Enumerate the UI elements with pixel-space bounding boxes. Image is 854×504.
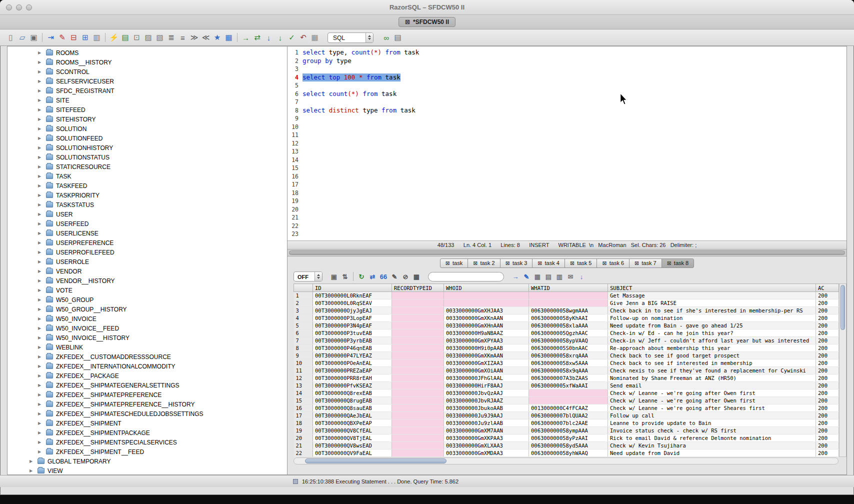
cell-ac[interactable]: 200 xyxy=(816,397,839,404)
commit-icon[interactable]: ✓ xyxy=(286,32,298,43)
editor-line[interactable]: 6select count(*) from task xyxy=(288,90,846,98)
tree-item-zkfedex-customaddresssource[interactable]: ▶ZKFEDEX__CUSTOMADDRESSSOURCE xyxy=(8,352,287,362)
cell-recordtypeid[interactable] xyxy=(392,374,444,382)
disclosure-triangle-icon[interactable]: ▶ xyxy=(38,193,43,198)
disclosure-triangle-icon[interactable]: ▶ xyxy=(38,212,43,216)
cell-whatid[interactable] xyxy=(529,390,608,397)
cell-whatid[interactable]: 006300000058xrqAAA xyxy=(529,352,608,360)
filter-sort-icon[interactable]: ⇅ xyxy=(340,272,350,282)
table-info-icon[interactable]: ▥ xyxy=(91,32,102,43)
cell-ac[interactable]: 200 xyxy=(816,434,839,442)
cell-subject[interactable]: Give Jenn a BIG RAISE xyxy=(608,300,816,307)
disclosure-triangle-icon[interactable]: ▶ xyxy=(38,240,43,245)
tree-item-userlicense[interactable]: ▶USERLICENSE xyxy=(8,228,287,238)
tree-item-zkfedex-shipmentpackage[interactable]: ▶ZKFEDEX__SHIPMENTPACKAGE xyxy=(8,428,287,438)
tree-item-zkfedex-shipmentspecialservices[interactable]: ▶ZKFEDEX__SHIPMENTSPECIALSERVICES xyxy=(8,438,287,447)
cell-subject[interactable]: Check w/ Leanne - we're going after Owen… xyxy=(608,390,816,397)
close-result-tab-icon[interactable]: ⊠ xyxy=(667,260,672,266)
tree-item-task[interactable]: ▶TASK xyxy=(8,172,287,181)
cell-subject[interactable]: Need update from David xyxy=(608,450,816,457)
editor-line[interactable]: 23 xyxy=(288,230,846,238)
cell-id[interactable]: 00T3000000P46qnEAB xyxy=(313,344,392,352)
table-bookmark-icon[interactable]: ▦ xyxy=(223,32,234,43)
cell-subject[interactable]: Check back to see if good target prospec… xyxy=(608,352,816,360)
cell-whatid[interactable]: 006300000058ypVAAQ xyxy=(529,337,608,344)
cell-id[interactable]: 00T3000000PREZaEAP xyxy=(313,367,392,374)
favorites-icon[interactable]: ★ xyxy=(212,32,223,43)
cell-recordtypeid[interactable] xyxy=(392,367,444,374)
disclosure-triangle-icon[interactable]: ▶ xyxy=(38,402,43,406)
cell-id[interactable]: 00T3000000QBXPeEAP xyxy=(313,420,392,427)
cell-recordtypeid[interactable] xyxy=(392,307,444,314)
close-result-tab-icon[interactable]: ⊠ xyxy=(538,260,542,266)
disclosure-triangle-icon[interactable]: ▶ xyxy=(38,316,43,321)
cell-ac[interactable]: 200 xyxy=(816,314,839,322)
cell-ac[interactable]: 200 xyxy=(816,420,839,427)
tree-item-vendor-history[interactable]: ▶VENDOR__HISTORY xyxy=(8,276,287,286)
cell-whatid[interactable]: 006300000058wgmAAA xyxy=(529,307,608,314)
table-row[interactable]: 1900T3000000QV8CfEAL0033000000GmXM7AAN00… xyxy=(294,427,839,434)
cell-recordtypeid[interactable] xyxy=(392,450,444,457)
cell-recordtypeid[interactable] xyxy=(392,404,444,412)
table-row[interactable]: 1600T3000000Q8sauEAB0033000000JbukoAAB00… xyxy=(294,404,839,412)
close-result-tab-icon[interactable]: ⊠ xyxy=(506,260,510,266)
import-data-icon[interactable]: ⇥ xyxy=(45,32,56,43)
editor-line[interactable]: 2group by type xyxy=(288,57,846,66)
execute-sql-icon[interactable]: ⚡ xyxy=(108,32,120,43)
cell-whoid[interactable]: 0033000000GmXM7AAN xyxy=(444,427,529,434)
new-document-icon[interactable]: ▯ xyxy=(5,32,16,43)
table-row[interactable]: 400T3000000P3LopEAF0033000000GmXKnAAN006… xyxy=(294,314,839,322)
close-result-tab-icon[interactable]: ⊠ xyxy=(446,260,450,266)
cell-id[interactable]: 00T3000000P3yrbEAB xyxy=(313,337,392,344)
tree-item-selfserviceuser[interactable]: ▶SELFSERVICEUSER xyxy=(8,76,287,86)
table-row[interactable]: 1800T3000000QBXPeEAP0033000000Ju9zlAAB00… xyxy=(294,420,839,427)
go-back-icon[interactable]: → xyxy=(240,32,252,43)
disclosure-triangle-icon[interactable]: ▶ xyxy=(38,98,43,102)
sql-editor[interactable]: 1select type, count(*) from task2group b… xyxy=(288,46,846,240)
table-row[interactable]: 100T3000000L0RknEAFGet Massage200 xyxy=(294,292,839,300)
tree-item-zkfedex-package[interactable]: ▶ZKFEDEX__PACKAGE xyxy=(8,371,287,380)
tree-item-user[interactable]: ▶USER xyxy=(8,210,287,219)
cell-whatid[interactable]: 0013000000C4fFCAAZ xyxy=(529,404,608,412)
cell-id[interactable]: 00T3000000QV8TjEAL xyxy=(313,434,392,442)
cell-whatid[interactable]: 006300000058yPzAAI xyxy=(529,434,608,442)
save-results-icon[interactable]: ▣ xyxy=(328,272,340,282)
editor-line[interactable]: 21 xyxy=(288,214,846,222)
disclosure-triangle-icon[interactable]: ▶ xyxy=(38,278,43,283)
disclosure-triangle-icon[interactable]: ▶ xyxy=(38,222,43,226)
query-log-icon[interactable]: ▤ xyxy=(392,32,404,43)
disclosure-triangle-icon[interactable]: ▶ xyxy=(38,450,43,454)
cell-whoid[interactable]: 0033000000GmXIZAA3 xyxy=(444,360,529,367)
editor-line[interactable]: 5 xyxy=(288,82,846,90)
cell-id[interactable]: 00T3000000P3LopEAF xyxy=(313,314,392,322)
cell-recordtypeid[interactable] xyxy=(392,442,444,450)
disclosure-triangle-icon[interactable]: ▶ xyxy=(38,136,43,140)
disclosure-triangle-icon[interactable]: ▶ xyxy=(38,202,43,207)
cell-whoid[interactable]: 0033000000H9aNBAAZ xyxy=(444,330,529,337)
cell-subject[interactable]: Check-in w/ Ed - can he join this year? xyxy=(608,330,816,337)
cell-subject[interactable]: Re-approach about membership this year xyxy=(608,344,816,352)
disclosure-triangle-icon[interactable]: ▶ xyxy=(38,70,43,74)
cell-id[interactable]: 00T3000000PfvKSEAZ xyxy=(313,382,392,390)
tree-item-userfeed[interactable]: ▶USERFEED xyxy=(8,219,287,228)
cell-id[interactable]: 00T3000000P3tuvEAB xyxy=(313,330,392,337)
create-table-icon[interactable]: ⊞ xyxy=(80,32,91,43)
disclosure-triangle-icon[interactable]: ▶ xyxy=(38,164,43,169)
table-row[interactable]: 300T3000000OjyJgEAJ0033000000GmXHJAA3006… xyxy=(294,307,839,314)
cell-recordtypeid[interactable] xyxy=(392,352,444,360)
cell-recordtypeid[interactable] xyxy=(392,397,444,404)
cell-ac[interactable]: 200 xyxy=(816,292,839,300)
editor-line[interactable]: 15 xyxy=(288,164,846,172)
open-folder-icon[interactable]: ▱ xyxy=(16,32,28,43)
cell-recordtypeid[interactable] xyxy=(392,337,444,344)
cell-id[interactable]: 00T3000000PRR8rEAH xyxy=(313,374,392,382)
tree-item-staticresource[interactable]: ▶STATICRESOURCE xyxy=(8,162,287,172)
export-xml-icon[interactable]: ▥ xyxy=(554,272,565,282)
tree-item-zkfedex-shipmatepreference-history[interactable]: ▶ZKFEDEX__SHIPMATEPREFERENCE__HISTORY xyxy=(8,400,287,409)
disclosure-triangle-icon[interactable]: ▶ xyxy=(38,430,43,435)
tree-item-w50-invoice-history[interactable]: ▶W50_INVOICE__HISTORY xyxy=(8,333,287,342)
cell-recordtypeid[interactable] xyxy=(392,300,444,307)
disclosure-triangle-icon[interactable]: ▶ xyxy=(38,336,43,340)
tree-item-zkfedex-shipment[interactable]: ▶ZKFEDEX__SHIPMENT xyxy=(8,418,287,428)
cell-subject[interactable]: Check back in to see if she's interested… xyxy=(608,307,816,314)
